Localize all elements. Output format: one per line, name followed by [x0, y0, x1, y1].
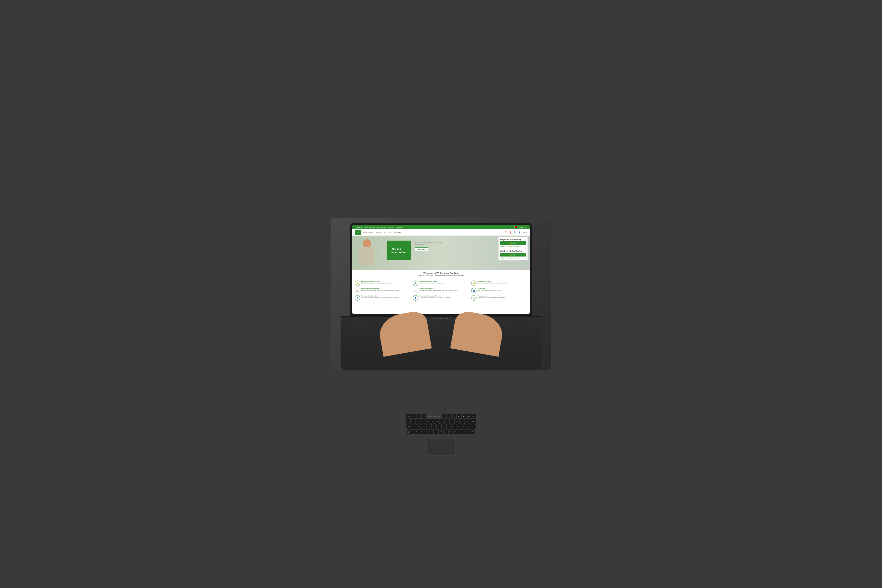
product-title-7[interactable]: Personalized wealth advice › [420, 295, 469, 297]
key-delete[interactable]: delete [470, 419, 476, 424]
key-vol-down[interactable]: 🔉 [457, 414, 461, 418]
webbroker-login-button[interactable]: 🔒 Login [500, 253, 526, 256]
product-item: %Today's rates ›Current rates for borrow… [471, 295, 527, 301]
product-item: 💳Find a chequing account ›For daily spen… [355, 280, 411, 286]
search-icon[interactable]: 🔍 [514, 231, 516, 234]
key-esc[interactable]: esc [406, 414, 412, 418]
product-title-8[interactable]: Today's rates › [478, 295, 527, 297]
key-a[interactable]: A [414, 429, 419, 434]
key-3[interactable]: 3 [420, 419, 425, 424]
nav-products[interactable]: Products [384, 231, 391, 233]
easyweb-security-link[interactable]: Security Guarantee [507, 246, 519, 247]
hero-tagline-text: You are never alone [391, 247, 406, 254]
key-j[interactable]: J [444, 429, 448, 434]
nav-solutions[interactable]: Solutions [394, 231, 401, 233]
key-p[interactable]: P [456, 424, 461, 429]
nav-how-to[interactable]: How To [376, 231, 381, 233]
key-7[interactable]: 7 [440, 419, 444, 424]
key-return[interactable]: return [468, 429, 475, 434]
key-1[interactable]: 1 [411, 419, 415, 424]
product-info: Personalized wealth advice ›Goals-based … [420, 295, 469, 298]
webbroker-register-link[interactable]: Register [500, 257, 505, 259]
key-f1[interactable]: ← [412, 414, 417, 418]
key-f2[interactable]: → [417, 414, 422, 418]
product-title-3[interactable]: Explore mortgage options › [362, 288, 411, 290]
td-logo[interactable]: TD [355, 230, 361, 235]
nav-my-accounts[interactable]: My Accounts [363, 231, 373, 233]
key-i[interactable]: I [447, 424, 451, 429]
key-u[interactable]: U [442, 424, 446, 429]
trackpad[interactable] [426, 438, 456, 456]
key-star[interactable]: ☆ [442, 414, 446, 418]
keyboard-row-4: caps lock A S D F G H J K L : " return [345, 429, 537, 434]
product-title-4[interactable]: Personal Investing › [420, 288, 469, 290]
product-title-5[interactable]: Borrowing › [478, 288, 527, 290]
key-6[interactable]: 6 [435, 419, 440, 424]
language-selector[interactable]: English [519, 226, 524, 228]
key-5[interactable]: 5 [430, 419, 435, 424]
laptop: Personal Small Business Commercial Inves… [350, 223, 532, 360]
nav-investing[interactable]: Investing [387, 226, 393, 228]
key-g[interactable]: G [434, 429, 438, 434]
login-button[interactable]: 👤 Login ▾ [518, 231, 527, 234]
main-nav-links: My Accounts How To Products Solutions [363, 231, 401, 233]
key-8[interactable]: 8 [445, 419, 449, 424]
key-r[interactable]: R [427, 424, 432, 429]
key-f3[interactable]: ↺ [422, 414, 426, 418]
product-title-6[interactable]: Invest and trade online › [362, 295, 411, 297]
product-title-1[interactable]: Find a savings account › [420, 280, 469, 282]
key-t[interactable]: T [432, 424, 436, 429]
key-9[interactable]: 9 [450, 419, 454, 424]
easyweb-title: EasyWeb Online Banking [500, 238, 526, 240]
easyweb-login-button[interactable]: 🔒 Login [500, 242, 526, 245]
location-icon[interactable]: 📍 [504, 231, 507, 234]
key-lbrace[interactable]: { [461, 424, 466, 429]
lock-icon: 🔒 [510, 242, 512, 244]
key-minus[interactable]: - [460, 419, 464, 424]
key-eye[interactable]: ⊛ [452, 414, 456, 418]
product-icon-3: 🏠 [355, 288, 360, 293]
key-2[interactable]: 2 [416, 419, 420, 424]
product-title-0[interactable]: Find a chequing account › [362, 280, 411, 282]
apply-online-button[interactable]: Apply online [415, 248, 428, 251]
key-y[interactable]: Y [437, 424, 441, 429]
key-plus[interactable]: = [465, 419, 469, 424]
key-tab[interactable]: tab [406, 424, 412, 429]
nav-small-business[interactable]: Small Business [364, 226, 375, 228]
key-s[interactable]: S [419, 429, 424, 434]
webbroker-links: Register › Security Guarantee › [500, 257, 526, 259]
key-mute[interactable]: 🔇 [466, 414, 471, 418]
key-q[interactable]: Q [412, 424, 417, 429]
key-tilde[interactable]: ~ [406, 419, 410, 424]
key-capslock[interactable]: caps lock [407, 429, 414, 434]
key-f[interactable]: F [429, 429, 434, 434]
key-w[interactable]: W [417, 424, 422, 429]
nav-commercial[interactable]: Commercial [377, 226, 385, 228]
products-grid: 💳Find a chequing account ›For daily spen… [352, 280, 530, 303]
welcome-title: Welcome to TD Personal Banking [356, 272, 526, 274]
key-quote[interactable]: " [463, 429, 468, 434]
key-e[interactable]: E [422, 424, 426, 429]
key-h[interactable]: H [439, 429, 443, 434]
easyweb-register-link[interactable]: Register [500, 246, 505, 247]
key-k[interactable]: K [448, 429, 453, 434]
product-info: Personal Investing ›Registered plans and… [420, 288, 469, 291]
help-icon[interactable]: ❓ [509, 231, 512, 234]
key-dot[interactable]: ⊙ [447, 414, 451, 418]
hero-green-banner: You are never alone [387, 241, 411, 260]
key-rbrace[interactable]: } [466, 424, 471, 429]
key-vol-up[interactable]: 🔊 [462, 414, 466, 418]
key-pipe[interactable]: | [471, 424, 476, 429]
key-4[interactable]: 4 [425, 419, 430, 424]
product-title-2[interactable]: Find a credit card › [478, 280, 527, 282]
key-d[interactable]: D [424, 429, 429, 434]
nav-personal[interactable]: Personal [356, 226, 362, 228]
key-cam[interactable]: ⊕ [471, 414, 476, 418]
key-colon[interactable]: : [458, 429, 463, 434]
product-item: 🏦Find a savings account ›Accounts to hel… [413, 280, 469, 286]
key-l[interactable]: L [453, 429, 458, 434]
key-o[interactable]: O [452, 424, 456, 429]
key-0[interactable]: 0 [455, 419, 459, 424]
nav-about-td[interactable]: About TD [396, 226, 402, 228]
webbroker-security-link[interactable]: Security Guarantee [507, 257, 519, 259]
